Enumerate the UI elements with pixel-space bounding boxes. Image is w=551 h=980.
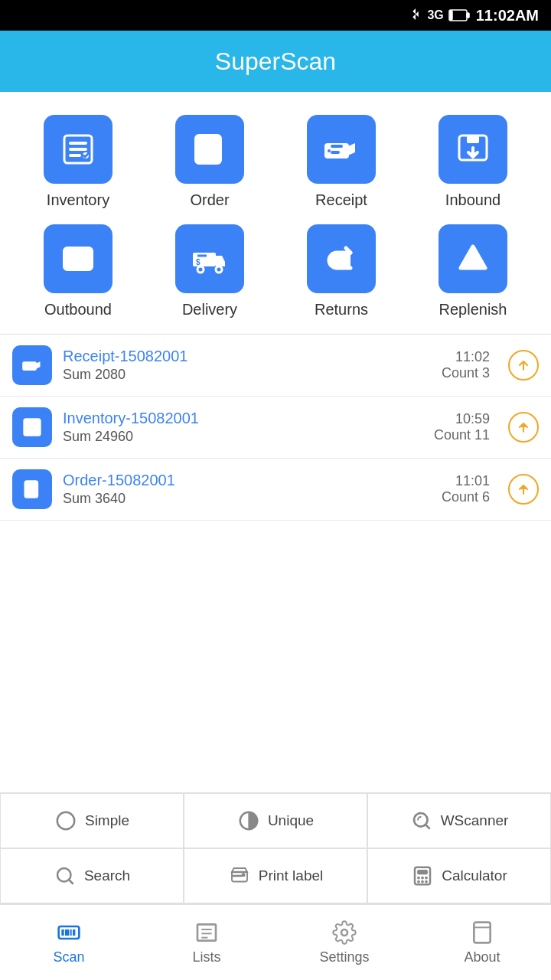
feature-grid: Inventory Order Receipt [0, 92, 551, 334]
inventory-icon-box [44, 115, 112, 184]
svg-rect-44 [474, 922, 490, 942]
main-content: Inventory Order Receipt [0, 92, 551, 903]
svg-point-29 [425, 877, 428, 879]
svg-rect-26 [418, 871, 428, 874]
order-list-time: 11:01 [442, 473, 490, 489]
nav-settings-label: Settings [319, 949, 369, 965]
simple-label: Simple [85, 812, 129, 829]
app-title: SuperScan [215, 47, 336, 76]
inventory-list-name: Inventory-15082001 [63, 410, 423, 427]
svg-point-43 [341, 929, 347, 936]
status-time: 11:02AM [476, 7, 539, 24]
unique-label: Unique [268, 812, 314, 829]
svg-rect-2 [450, 11, 452, 20]
inventory-list-meta: 10:59 Count 11 [434, 411, 490, 443]
receipt-list-icon [12, 345, 52, 385]
nav-about-label: About [464, 949, 500, 965]
app-header: SuperScan [0, 31, 551, 92]
nav-lists[interactable]: Lists [138, 905, 276, 980]
svg-point-27 [418, 877, 420, 879]
receipt-button[interactable]: Receipt [276, 107, 407, 217]
search-label: Search [84, 867, 130, 884]
order-list-icon [12, 469, 52, 509]
inbound-label: Inbound [445, 191, 500, 209]
outbound-label: Outbound [44, 301, 112, 318]
receipt-label: Receipt [315, 191, 367, 209]
scan-panel: Simple Unique WScanner [0, 792, 551, 903]
wscanner-option[interactable]: WScanner [367, 793, 551, 848]
inventory-list-count: Count 11 [434, 427, 490, 443]
nav-scan[interactable]: Scan [0, 905, 138, 980]
list-item[interactable]: Receipt-15082001 Sum 2080 11:02 Count 3 [0, 335, 551, 397]
outbound-icon-box [44, 224, 112, 293]
delivery-button[interactable]: $ Delivery [144, 217, 276, 326]
order-list-count: Count 6 [442, 489, 490, 505]
search-option[interactable]: Search [0, 848, 184, 903]
order-list-meta: 11:01 Count 6 [442, 473, 490, 505]
svg-point-31 [422, 880, 424, 883]
simple-option[interactable]: Simple [0, 793, 184, 848]
inventory-list-time: 10:59 [434, 411, 490, 427]
receipt-list-sum: Sum 2080 [63, 367, 431, 383]
print-label-option[interactable]: Print label [184, 848, 367, 903]
returns-button[interactable]: Returns [276, 217, 407, 326]
status-icons: 3G [409, 8, 469, 22]
svg-point-13 [197, 266, 204, 273]
receipt-list-count: Count 3 [442, 365, 490, 381]
signal-indicator: 3G [427, 8, 443, 22]
inbound-icon-box [439, 115, 507, 184]
inventory-button[interactable]: Inventory [12, 107, 144, 217]
outbound-button[interactable]: Outbound [12, 217, 144, 326]
wscanner-label: WScanner [441, 812, 509, 829]
delivery-label: Delivery [182, 301, 237, 318]
svg-point-24 [242, 874, 245, 877]
replenish-button[interactable]: Replenish [407, 217, 539, 326]
svg-point-28 [422, 877, 424, 879]
receipt-list-info: Receipt-15082001 Sum 2080 [63, 348, 431, 383]
receipt-upload-button[interactable] [508, 350, 539, 381]
svg-rect-1 [467, 13, 469, 18]
inventory-label: Inventory [47, 191, 109, 209]
inventory-list-sum: Sum 24960 [63, 429, 423, 445]
replenish-icon-box [439, 224, 507, 293]
svg-point-19 [57, 812, 75, 830]
svg-point-14 [216, 266, 222, 273]
list-item[interactable]: Inventory-15082001 Sum 24960 10:59 Count… [0, 397, 551, 459]
list-item[interactable]: Order-15082001 Sum 3640 11:01 Count 6 [0, 459, 551, 521]
order-button[interactable]: Order [144, 107, 276, 217]
order-upload-button[interactable] [508, 474, 539, 505]
replenish-label: Replenish [439, 301, 507, 318]
svg-rect-11 [72, 248, 84, 254]
calculator-label: Calculator [442, 867, 507, 884]
nav-scan-label: Scan [53, 949, 84, 965]
svg-point-30 [418, 880, 420, 883]
order-list-info: Order-15082001 Sum 3640 [63, 472, 431, 507]
svg-rect-9 [467, 136, 479, 143]
order-list-name: Order-15082001 [63, 472, 431, 489]
list-section: Receipt-15082001 Sum 2080 11:02 Count 3 [0, 334, 551, 657]
print-label-label: Print label [259, 867, 324, 884]
inventory-list-icon [12, 407, 52, 447]
delivery-icon-box: $ [175, 224, 244, 293]
content-spacer [0, 657, 551, 793]
svg-text:$: $ [196, 258, 201, 266]
order-label: Order [190, 191, 229, 209]
bottom-nav: Scan Lists Settings About [0, 903, 551, 980]
unique-option[interactable]: Unique [184, 793, 367, 848]
receipt-list-name: Receipt-15082001 [63, 348, 431, 365]
order-icon-box [175, 115, 244, 184]
nav-lists-label: Lists [192, 949, 220, 965]
returns-icon-box [307, 224, 376, 293]
status-bar: 3G 11:02AM [0, 0, 551, 31]
nav-settings[interactable]: Settings [276, 905, 413, 980]
inventory-list-info: Inventory-15082001 Sum 24960 [63, 410, 423, 445]
order-list-sum: Sum 3640 [63, 491, 431, 507]
inbound-button[interactable]: Inbound [407, 107, 539, 217]
receipt-icon-box [307, 115, 376, 184]
inventory-upload-button[interactable] [508, 412, 539, 443]
svg-point-32 [425, 880, 428, 883]
receipt-list-meta: 11:02 Count 3 [442, 349, 490, 381]
nav-about[interactable]: About [413, 905, 551, 980]
calculator-option[interactable]: Calculator [367, 848, 551, 903]
svg-point-7 [328, 149, 331, 152]
